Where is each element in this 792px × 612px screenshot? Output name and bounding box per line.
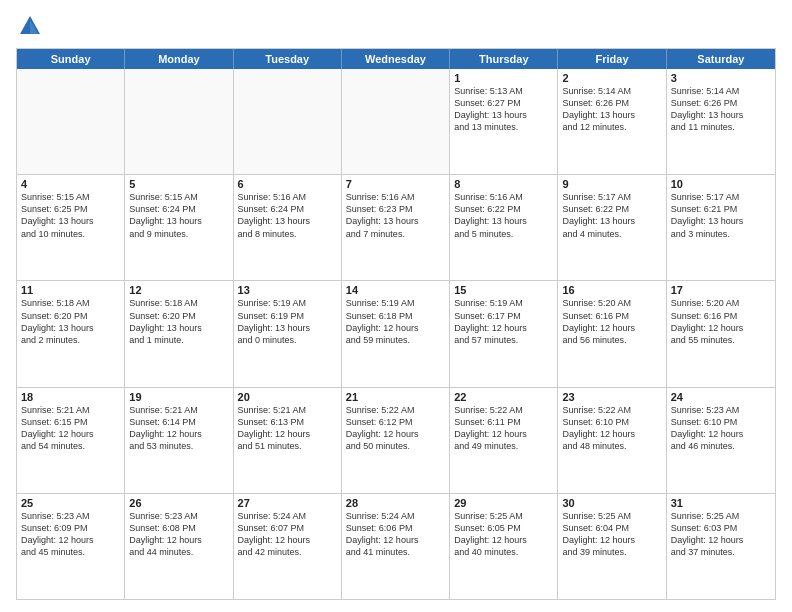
cal-cell-20: 20Sunrise: 5:21 AM Sunset: 6:13 PM Dayli… [234, 388, 342, 493]
cell-info: Sunrise: 5:17 AM Sunset: 6:21 PM Dayligh… [671, 191, 771, 240]
cal-cell-22: 22Sunrise: 5:22 AM Sunset: 6:11 PM Dayli… [450, 388, 558, 493]
day-number: 24 [671, 391, 771, 403]
cal-cell-1: 1Sunrise: 5:13 AM Sunset: 6:27 PM Daylig… [450, 69, 558, 174]
cal-header-tuesday: Tuesday [234, 49, 342, 69]
cell-info: Sunrise: 5:24 AM Sunset: 6:07 PM Dayligh… [238, 510, 337, 559]
cal-cell-28: 28Sunrise: 5:24 AM Sunset: 6:06 PM Dayli… [342, 494, 450, 599]
day-number: 27 [238, 497, 337, 509]
cal-cell-empty-0-0 [17, 69, 125, 174]
cal-cell-7: 7Sunrise: 5:16 AM Sunset: 6:23 PM Daylig… [342, 175, 450, 280]
day-number: 20 [238, 391, 337, 403]
cal-cell-23: 23Sunrise: 5:22 AM Sunset: 6:10 PM Dayli… [558, 388, 666, 493]
cell-info: Sunrise: 5:19 AM Sunset: 6:17 PM Dayligh… [454, 297, 553, 346]
day-number: 26 [129, 497, 228, 509]
cell-info: Sunrise: 5:13 AM Sunset: 6:27 PM Dayligh… [454, 85, 553, 134]
cal-cell-9: 9Sunrise: 5:17 AM Sunset: 6:22 PM Daylig… [558, 175, 666, 280]
cal-cell-30: 30Sunrise: 5:25 AM Sunset: 6:04 PM Dayli… [558, 494, 666, 599]
day-number: 11 [21, 284, 120, 296]
cell-info: Sunrise: 5:19 AM Sunset: 6:18 PM Dayligh… [346, 297, 445, 346]
cell-info: Sunrise: 5:15 AM Sunset: 6:24 PM Dayligh… [129, 191, 228, 240]
day-number: 1 [454, 72, 553, 84]
day-number: 14 [346, 284, 445, 296]
day-number: 8 [454, 178, 553, 190]
day-number: 2 [562, 72, 661, 84]
day-number: 15 [454, 284, 553, 296]
cell-info: Sunrise: 5:24 AM Sunset: 6:06 PM Dayligh… [346, 510, 445, 559]
cal-cell-12: 12Sunrise: 5:18 AM Sunset: 6:20 PM Dayli… [125, 281, 233, 386]
cal-header-wednesday: Wednesday [342, 49, 450, 69]
cell-info: Sunrise: 5:17 AM Sunset: 6:22 PM Dayligh… [562, 191, 661, 240]
cal-cell-13: 13Sunrise: 5:19 AM Sunset: 6:19 PM Dayli… [234, 281, 342, 386]
cell-info: Sunrise: 5:20 AM Sunset: 6:16 PM Dayligh… [671, 297, 771, 346]
cal-row-4: 25Sunrise: 5:23 AM Sunset: 6:09 PM Dayli… [17, 493, 775, 599]
cell-info: Sunrise: 5:23 AM Sunset: 6:10 PM Dayligh… [671, 404, 771, 453]
cal-cell-27: 27Sunrise: 5:24 AM Sunset: 6:07 PM Dayli… [234, 494, 342, 599]
cal-cell-6: 6Sunrise: 5:16 AM Sunset: 6:24 PM Daylig… [234, 175, 342, 280]
logo-icon [16, 12, 44, 40]
calendar: SundayMondayTuesdayWednesdayThursdayFrid… [16, 48, 776, 600]
calendar-header: SundayMondayTuesdayWednesdayThursdayFrid… [17, 49, 775, 69]
cal-cell-19: 19Sunrise: 5:21 AM Sunset: 6:14 PM Dayli… [125, 388, 233, 493]
cell-info: Sunrise: 5:15 AM Sunset: 6:25 PM Dayligh… [21, 191, 120, 240]
cal-row-0: 1Sunrise: 5:13 AM Sunset: 6:27 PM Daylig… [17, 69, 775, 174]
cal-cell-10: 10Sunrise: 5:17 AM Sunset: 6:21 PM Dayli… [667, 175, 775, 280]
cal-cell-empty-0-1 [125, 69, 233, 174]
page: SundayMondayTuesdayWednesdayThursdayFrid… [0, 0, 792, 612]
day-number: 6 [238, 178, 337, 190]
cal-cell-16: 16Sunrise: 5:20 AM Sunset: 6:16 PM Dayli… [558, 281, 666, 386]
cell-info: Sunrise: 5:25 AM Sunset: 6:04 PM Dayligh… [562, 510, 661, 559]
cell-info: Sunrise: 5:16 AM Sunset: 6:23 PM Dayligh… [346, 191, 445, 240]
day-number: 29 [454, 497, 553, 509]
day-number: 25 [21, 497, 120, 509]
cell-info: Sunrise: 5:20 AM Sunset: 6:16 PM Dayligh… [562, 297, 661, 346]
day-number: 19 [129, 391, 228, 403]
cal-header-saturday: Saturday [667, 49, 775, 69]
cal-cell-18: 18Sunrise: 5:21 AM Sunset: 6:15 PM Dayli… [17, 388, 125, 493]
day-number: 23 [562, 391, 661, 403]
cal-cell-17: 17Sunrise: 5:20 AM Sunset: 6:16 PM Dayli… [667, 281, 775, 386]
cal-cell-5: 5Sunrise: 5:15 AM Sunset: 6:24 PM Daylig… [125, 175, 233, 280]
cal-header-monday: Monday [125, 49, 233, 69]
cell-info: Sunrise: 5:22 AM Sunset: 6:12 PM Dayligh… [346, 404, 445, 453]
day-number: 10 [671, 178, 771, 190]
cal-header-friday: Friday [558, 49, 666, 69]
cal-header-thursday: Thursday [450, 49, 558, 69]
logo [16, 12, 48, 40]
day-number: 9 [562, 178, 661, 190]
cal-cell-empty-0-2 [234, 69, 342, 174]
cell-info: Sunrise: 5:23 AM Sunset: 6:09 PM Dayligh… [21, 510, 120, 559]
cell-info: Sunrise: 5:22 AM Sunset: 6:10 PM Dayligh… [562, 404, 661, 453]
cell-info: Sunrise: 5:16 AM Sunset: 6:24 PM Dayligh… [238, 191, 337, 240]
cal-cell-26: 26Sunrise: 5:23 AM Sunset: 6:08 PM Dayli… [125, 494, 233, 599]
cell-info: Sunrise: 5:14 AM Sunset: 6:26 PM Dayligh… [671, 85, 771, 134]
cell-info: Sunrise: 5:19 AM Sunset: 6:19 PM Dayligh… [238, 297, 337, 346]
cal-cell-29: 29Sunrise: 5:25 AM Sunset: 6:05 PM Dayli… [450, 494, 558, 599]
cell-info: Sunrise: 5:16 AM Sunset: 6:22 PM Dayligh… [454, 191, 553, 240]
cell-info: Sunrise: 5:18 AM Sunset: 6:20 PM Dayligh… [129, 297, 228, 346]
day-number: 31 [671, 497, 771, 509]
cell-info: Sunrise: 5:21 AM Sunset: 6:15 PM Dayligh… [21, 404, 120, 453]
day-number: 3 [671, 72, 771, 84]
day-number: 21 [346, 391, 445, 403]
day-number: 13 [238, 284, 337, 296]
day-number: 22 [454, 391, 553, 403]
cal-cell-14: 14Sunrise: 5:19 AM Sunset: 6:18 PM Dayli… [342, 281, 450, 386]
header [16, 12, 776, 40]
day-number: 12 [129, 284, 228, 296]
cal-cell-8: 8Sunrise: 5:16 AM Sunset: 6:22 PM Daylig… [450, 175, 558, 280]
cal-cell-25: 25Sunrise: 5:23 AM Sunset: 6:09 PM Dayli… [17, 494, 125, 599]
cal-cell-24: 24Sunrise: 5:23 AM Sunset: 6:10 PM Dayli… [667, 388, 775, 493]
day-number: 17 [671, 284, 771, 296]
day-number: 18 [21, 391, 120, 403]
day-number: 28 [346, 497, 445, 509]
cell-info: Sunrise: 5:25 AM Sunset: 6:03 PM Dayligh… [671, 510, 771, 559]
cell-info: Sunrise: 5:14 AM Sunset: 6:26 PM Dayligh… [562, 85, 661, 134]
cell-info: Sunrise: 5:22 AM Sunset: 6:11 PM Dayligh… [454, 404, 553, 453]
cal-cell-2: 2Sunrise: 5:14 AM Sunset: 6:26 PM Daylig… [558, 69, 666, 174]
cell-info: Sunrise: 5:25 AM Sunset: 6:05 PM Dayligh… [454, 510, 553, 559]
day-number: 4 [21, 178, 120, 190]
day-number: 5 [129, 178, 228, 190]
cal-cell-31: 31Sunrise: 5:25 AM Sunset: 6:03 PM Dayli… [667, 494, 775, 599]
cal-cell-4: 4Sunrise: 5:15 AM Sunset: 6:25 PM Daylig… [17, 175, 125, 280]
day-number: 30 [562, 497, 661, 509]
